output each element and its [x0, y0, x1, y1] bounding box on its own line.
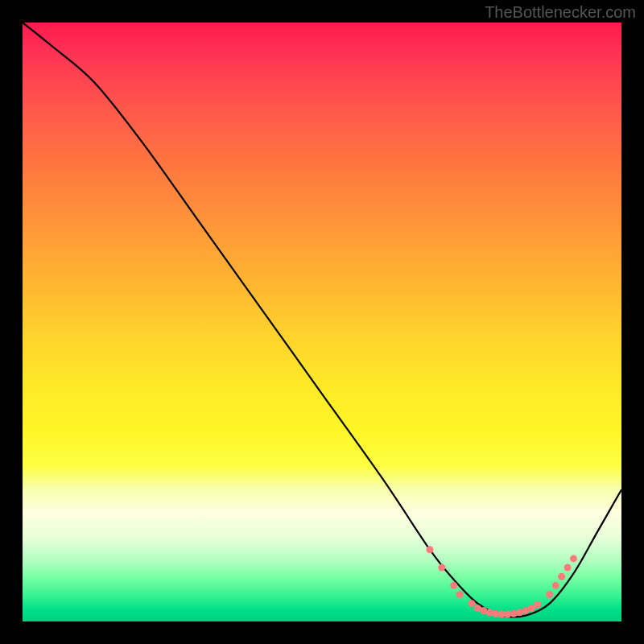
watermark-text: TheBottlenecker.com: [485, 3, 636, 22]
chart-marker-dot: [438, 564, 445, 572]
chart-markers: [426, 546, 577, 617]
chart-curve: [23, 23, 621, 617]
chart-plot-area: [23, 23, 621, 621]
chart-marker-dot: [469, 600, 476, 607]
chart-marker-dot: [450, 582, 457, 589]
chart-marker-dot: [558, 573, 565, 580]
chart-marker-dot: [552, 582, 559, 589]
chart-marker-dot: [546, 591, 553, 598]
chart-marker-dot: [510, 610, 518, 617]
chart-marker-dot: [534, 601, 541, 609]
chart-marker-dot: [486, 609, 493, 616]
chart-marker-dot: [570, 555, 577, 562]
chart-marker-dot: [564, 564, 572, 572]
chart-marker-dot: [426, 546, 433, 553]
chart-svg: [23, 23, 621, 621]
chart-marker-dot: [456, 591, 464, 598]
